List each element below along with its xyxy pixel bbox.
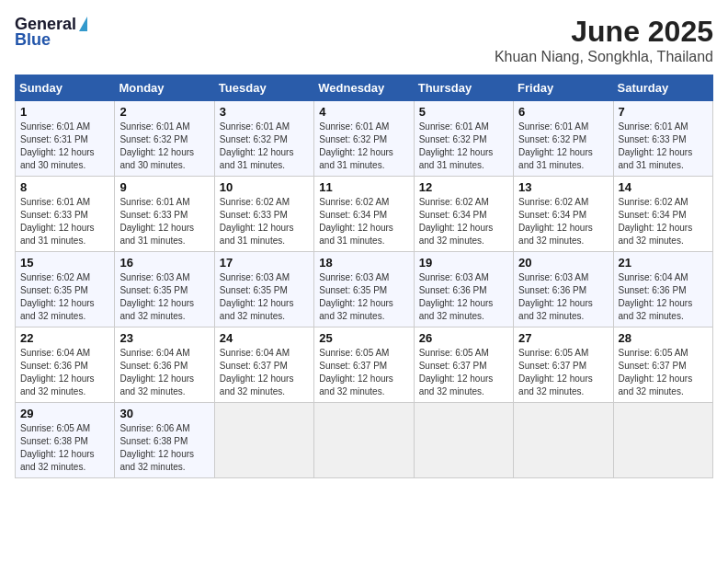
- day-number: 15: [20, 256, 109, 270]
- calendar-body: 1Sunrise: 6:01 AM Sunset: 6:31 PM Daylig…: [16, 101, 713, 478]
- day-number: 21: [619, 256, 708, 270]
- weekday-header-saturday: Saturday: [613, 75, 712, 101]
- calendar-week-5: 29Sunrise: 6:05 AM Sunset: 6:38 PM Dayli…: [16, 403, 713, 478]
- calendar-day-24: 24Sunrise: 6:04 AM Sunset: 6:37 PM Dayli…: [214, 327, 313, 403]
- day-number: 14: [619, 180, 708, 194]
- day-number: 25: [319, 331, 408, 345]
- calendar-day-2: 2Sunrise: 6:01 AM Sunset: 6:32 PM Daylig…: [115, 101, 214, 177]
- calendar-day-12: 12Sunrise: 6:02 AM Sunset: 6:34 PM Dayli…: [414, 177, 513, 252]
- day-info: Sunrise: 6:05 AM Sunset: 6:37 PM Dayligh…: [319, 347, 408, 398]
- calendar-day-5: 5Sunrise: 6:01 AM Sunset: 6:32 PM Daylig…: [414, 101, 513, 177]
- day-info: Sunrise: 6:01 AM Sunset: 6:33 PM Dayligh…: [119, 196, 209, 247]
- day-info: Sunrise: 6:01 AM Sunset: 6:33 PM Dayligh…: [20, 196, 109, 247]
- day-number: 18: [319, 256, 408, 270]
- logo: General Blue: [15, 15, 87, 50]
- day-number: 13: [518, 180, 608, 194]
- calendar-day-11: 11Sunrise: 6:02 AM Sunset: 6:34 PM Dayli…: [314, 177, 414, 252]
- day-info: Sunrise: 6:01 AM Sunset: 6:32 PM Dayligh…: [319, 121, 408, 172]
- day-number: 11: [319, 180, 408, 194]
- day-number: 16: [119, 256, 209, 270]
- day-info: Sunrise: 6:01 AM Sunset: 6:32 PM Dayligh…: [220, 121, 309, 172]
- month-title: June 2025: [495, 15, 713, 49]
- page-header: General Blue June 2025 Khuan Niang, Song…: [15, 15, 713, 65]
- day-info: Sunrise: 6:05 AM Sunset: 6:38 PM Dayligh…: [20, 422, 109, 474]
- day-number: 17: [220, 256, 309, 270]
- calendar-header-row: SundayMondayTuesdayWednesdayThursdayFrid…: [16, 75, 713, 101]
- calendar-day-28: 28Sunrise: 6:05 AM Sunset: 6:37 PM Dayli…: [613, 327, 712, 403]
- calendar-week-3: 15Sunrise: 6:02 AM Sunset: 6:35 PM Dayli…: [16, 252, 713, 327]
- calendar-day-14: 14Sunrise: 6:02 AM Sunset: 6:34 PM Dayli…: [613, 177, 712, 252]
- calendar-day-10: 10Sunrise: 6:02 AM Sunset: 6:33 PM Dayli…: [214, 177, 313, 252]
- day-info: Sunrise: 6:05 AM Sunset: 6:37 PM Dayligh…: [619, 347, 708, 398]
- day-number: 2: [119, 105, 209, 119]
- weekday-header-thursday: Thursday: [414, 75, 513, 101]
- day-info: Sunrise: 6:03 AM Sunset: 6:36 PM Dayligh…: [419, 271, 508, 323]
- calendar-day-18: 18Sunrise: 6:03 AM Sunset: 6:35 PM Dayli…: [314, 252, 414, 327]
- day-number: 19: [419, 256, 508, 270]
- calendar-day-6: 6Sunrise: 6:01 AM Sunset: 6:32 PM Daylig…: [514, 101, 613, 177]
- weekday-header-monday: Monday: [115, 75, 214, 101]
- day-number: 10: [220, 180, 309, 194]
- calendar-day-20: 20Sunrise: 6:03 AM Sunset: 6:36 PM Dayli…: [514, 252, 613, 327]
- day-info: Sunrise: 6:03 AM Sunset: 6:35 PM Dayligh…: [119, 271, 209, 323]
- day-info: Sunrise: 6:01 AM Sunset: 6:33 PM Dayligh…: [619, 121, 708, 172]
- calendar-day-30: 30Sunrise: 6:06 AM Sunset: 6:38 PM Dayli…: [115, 403, 214, 478]
- day-info: Sunrise: 6:01 AM Sunset: 6:32 PM Dayligh…: [419, 121, 508, 172]
- day-number: 1: [20, 105, 109, 119]
- empty-cell: [214, 403, 313, 478]
- weekday-header-wednesday: Wednesday: [314, 75, 414, 101]
- empty-cell: [414, 403, 513, 478]
- calendar-day-26: 26Sunrise: 6:05 AM Sunset: 6:37 PM Dayli…: [414, 327, 513, 403]
- day-number: 6: [518, 105, 608, 119]
- day-info: Sunrise: 6:02 AM Sunset: 6:34 PM Dayligh…: [518, 196, 608, 247]
- calendar-day-7: 7Sunrise: 6:01 AM Sunset: 6:33 PM Daylig…: [613, 101, 712, 177]
- day-number: 8: [20, 180, 109, 194]
- day-info: Sunrise: 6:02 AM Sunset: 6:34 PM Dayligh…: [619, 196, 708, 247]
- calendar-day-22: 22Sunrise: 6:04 AM Sunset: 6:36 PM Dayli…: [16, 327, 115, 403]
- calendar-day-13: 13Sunrise: 6:02 AM Sunset: 6:34 PM Dayli…: [514, 177, 613, 252]
- day-info: Sunrise: 6:02 AM Sunset: 6:35 PM Dayligh…: [20, 271, 109, 323]
- day-info: Sunrise: 6:03 AM Sunset: 6:35 PM Dayligh…: [220, 271, 309, 323]
- weekday-header-sunday: Sunday: [16, 75, 115, 101]
- title-area: June 2025 Khuan Niang, Songkhla, Thailan…: [495, 15, 713, 65]
- calendar-day-25: 25Sunrise: 6:05 AM Sunset: 6:37 PM Dayli…: [314, 327, 414, 403]
- day-number: 23: [119, 331, 209, 345]
- day-info: Sunrise: 6:04 AM Sunset: 6:36 PM Dayligh…: [20, 347, 109, 398]
- day-number: 3: [220, 105, 309, 119]
- location-title: Khuan Niang, Songkhla, Thailand: [495, 49, 713, 65]
- calendar-table: SundayMondayTuesdayWednesdayThursdayFrid…: [15, 75, 713, 478]
- day-info: Sunrise: 6:02 AM Sunset: 6:33 PM Dayligh…: [220, 196, 309, 247]
- calendar-day-21: 21Sunrise: 6:04 AM Sunset: 6:36 PM Dayli…: [613, 252, 712, 327]
- day-info: Sunrise: 6:04 AM Sunset: 6:37 PM Dayligh…: [220, 347, 309, 398]
- day-info: Sunrise: 6:03 AM Sunset: 6:35 PM Dayligh…: [319, 271, 408, 323]
- day-number: 5: [419, 105, 508, 119]
- calendar-day-17: 17Sunrise: 6:03 AM Sunset: 6:35 PM Dayli…: [214, 252, 313, 327]
- day-info: Sunrise: 6:05 AM Sunset: 6:37 PM Dayligh…: [518, 347, 608, 398]
- calendar-day-27: 27Sunrise: 6:05 AM Sunset: 6:37 PM Dayli…: [514, 327, 613, 403]
- calendar-week-2: 8Sunrise: 6:01 AM Sunset: 6:33 PM Daylig…: [16, 177, 713, 252]
- day-number: 30: [119, 407, 209, 420]
- day-info: Sunrise: 6:01 AM Sunset: 6:32 PM Dayligh…: [119, 121, 209, 172]
- day-number: 26: [419, 331, 508, 345]
- calendar-day-23: 23Sunrise: 6:04 AM Sunset: 6:36 PM Dayli…: [115, 327, 214, 403]
- day-number: 28: [619, 331, 708, 345]
- calendar-day-3: 3Sunrise: 6:01 AM Sunset: 6:32 PM Daylig…: [214, 101, 313, 177]
- day-info: Sunrise: 6:01 AM Sunset: 6:32 PM Dayligh…: [518, 121, 608, 172]
- day-number: 4: [319, 105, 408, 119]
- empty-cell: [613, 403, 712, 478]
- day-info: Sunrise: 6:04 AM Sunset: 6:36 PM Dayligh…: [119, 347, 209, 398]
- logo-blue-text: Blue: [15, 30, 51, 50]
- calendar-week-4: 22Sunrise: 6:04 AM Sunset: 6:36 PM Dayli…: [16, 327, 713, 403]
- empty-cell: [314, 403, 414, 478]
- day-info: Sunrise: 6:05 AM Sunset: 6:37 PM Dayligh…: [419, 347, 508, 398]
- calendar-day-4: 4Sunrise: 6:01 AM Sunset: 6:32 PM Daylig…: [314, 101, 414, 177]
- calendar-day-19: 19Sunrise: 6:03 AM Sunset: 6:36 PM Dayli…: [414, 252, 513, 327]
- day-number: 27: [518, 331, 608, 345]
- day-number: 7: [619, 105, 708, 119]
- logo-icon: [79, 17, 87, 31]
- day-number: 9: [119, 180, 209, 194]
- calendar-week-1: 1Sunrise: 6:01 AM Sunset: 6:31 PM Daylig…: [16, 101, 713, 177]
- calendar-day-16: 16Sunrise: 6:03 AM Sunset: 6:35 PM Dayli…: [115, 252, 214, 327]
- calendar-day-9: 9Sunrise: 6:01 AM Sunset: 6:33 PM Daylig…: [115, 177, 214, 252]
- calendar-day-29: 29Sunrise: 6:05 AM Sunset: 6:38 PM Dayli…: [16, 403, 115, 478]
